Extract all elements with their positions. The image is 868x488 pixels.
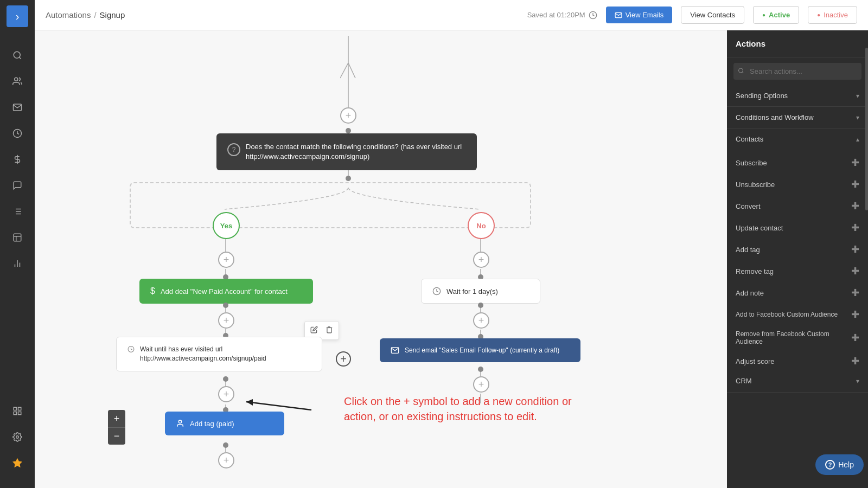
edit-node-button[interactable] bbox=[307, 324, 321, 337]
nav-contacts[interactable] bbox=[7, 70, 28, 92]
panel-item-convert[interactable]: Convert ✚ bbox=[727, 195, 868, 217]
nav-lists[interactable] bbox=[7, 201, 28, 222]
panel-item-adjust-score[interactable]: Adjust score ✚ bbox=[727, 350, 868, 372]
breadcrumb-parent[interactable]: Automations bbox=[46, 10, 91, 20]
nav-pages[interactable] bbox=[7, 227, 28, 248]
nav-canvas-tool[interactable] bbox=[7, 400, 28, 422]
plus-btn-no-2[interactable]: + bbox=[473, 312, 489, 329]
plus-btn-no-3[interactable]: + bbox=[473, 376, 489, 393]
remove-fb-plus-icon: ✚ bbox=[851, 332, 859, 344]
contacts-section-header[interactable]: Contacts ▴ bbox=[727, 129, 868, 150]
history-icon bbox=[589, 11, 597, 20]
panel-item-add-fb-audience[interactable]: Add to Facebook Custom Audience ✚ bbox=[727, 304, 868, 325]
plus-btn-yes-1[interactable]: + bbox=[218, 252, 234, 268]
svg-marker-22 bbox=[14, 459, 22, 467]
zoom-controls: + − bbox=[108, 410, 125, 445]
dot-below-condition bbox=[346, 176, 351, 181]
panel-item-remove-fb-audience[interactable]: Remove from Facebook Custom Audience ✚ bbox=[727, 325, 868, 350]
plus-btn-top[interactable]: + bbox=[340, 107, 356, 124]
sending-chevron: ▾ bbox=[856, 92, 859, 100]
view-emails-button[interactable]: View Emails bbox=[606, 7, 673, 23]
active-dot: ● bbox=[762, 12, 765, 18]
automation-canvas[interactable]: + ? Does the contact match the following… bbox=[35, 30, 727, 488]
breadcrumb-separator: / bbox=[94, 10, 96, 20]
add-fb-plus-icon: ✚ bbox=[851, 309, 859, 320]
condition-text: Does the contact match the following con… bbox=[246, 142, 466, 162]
help-button[interactable]: ? Help bbox=[815, 454, 864, 475]
panel-item-subscribe[interactable]: Subscribe ✚ bbox=[727, 152, 868, 174]
plus-btn-yes-2[interactable]: + bbox=[218, 312, 234, 329]
panel-search-area bbox=[727, 57, 868, 85]
annotation-text-block: Click on the + symbol to add a new condi… bbox=[344, 394, 572, 424]
contacts-section: Contacts ▴ Subscribe ✚ Unsubscribe ✚ bbox=[727, 129, 868, 393]
panel-item-update-contact[interactable]: Update contact ✚ bbox=[727, 217, 868, 239]
plus-btn-no-1[interactable]: + bbox=[473, 252, 489, 268]
contacts-chevron: ▴ bbox=[856, 136, 859, 143]
top-bar: Automations / Signup Saved at 01:20PM Vi… bbox=[35, 0, 868, 30]
contacts-items-list: Subscribe ✚ Unsubscribe ✚ Convert ✚ Up bbox=[727, 150, 868, 392]
panel-item-unsubscribe[interactable]: Unsubscribe ✚ bbox=[727, 174, 868, 195]
svg-point-44 bbox=[178, 420, 181, 423]
panel-item-remove-tag[interactable]: Remove tag ✚ bbox=[727, 260, 868, 282]
svg-point-0 bbox=[14, 52, 20, 58]
conditions-chevron: ▾ bbox=[856, 114, 859, 121]
view-contacts-button[interactable]: View Contacts bbox=[681, 6, 744, 24]
add-tag-node[interactable]: Add tag (paid) bbox=[165, 412, 284, 435]
wait-days-node[interactable]: Wait for 1 day(s) bbox=[421, 279, 540, 304]
sending-options-header[interactable]: Sending Options ▾ bbox=[727, 85, 868, 106]
zoom-out-button[interactable]: − bbox=[108, 427, 125, 445]
actions-search-input[interactable] bbox=[733, 63, 861, 80]
svg-line-41 bbox=[340, 63, 348, 78]
add-note-plus-icon: ✚ bbox=[851, 287, 859, 299]
nav-search[interactable] bbox=[7, 44, 28, 66]
svg-rect-11 bbox=[14, 234, 21, 241]
clock-icon bbox=[127, 345, 135, 354]
mail-icon bbox=[391, 346, 399, 355]
svg-rect-19 bbox=[18, 412, 21, 415]
dot-after-wait bbox=[478, 303, 483, 308]
nav-reports[interactable] bbox=[7, 253, 28, 274]
svg-rect-17 bbox=[14, 407, 16, 410]
wait-days-text: Wait for 1 day(s) bbox=[446, 287, 498, 296]
add-branch-btn[interactable]: + bbox=[336, 351, 351, 367]
panel-item-crm[interactable]: CRM ▾ bbox=[727, 372, 868, 390]
svg-rect-18 bbox=[18, 407, 21, 410]
top-merge-icon bbox=[340, 63, 356, 79]
delete-node-button[interactable] bbox=[322, 324, 336, 337]
saved-info: Saved at 01:20PM bbox=[527, 11, 597, 20]
nav-deals[interactable] bbox=[7, 149, 28, 170]
wait-url-node[interactable]: Wait until has ever visited url http://w… bbox=[116, 337, 322, 371]
nav-conversations[interactable] bbox=[7, 175, 28, 196]
zoom-in-button[interactable]: + bbox=[108, 410, 125, 427]
svg-point-2 bbox=[15, 78, 18, 81]
plus-btn-yes-3[interactable]: + bbox=[218, 386, 234, 402]
nav-settings[interactable] bbox=[7, 426, 28, 448]
nav-messages[interactable] bbox=[7, 97, 28, 118]
plus-btn-yes-4[interactable]: + bbox=[218, 452, 234, 468]
nav-back-arrow[interactable]: › bbox=[7, 5, 28, 27]
panel-item-add-note[interactable]: Add note ✚ bbox=[727, 282, 868, 304]
breadcrumb-current: Signup bbox=[100, 10, 125, 20]
conditions-workflow-header[interactable]: Conditions and Workflow ▾ bbox=[727, 107, 868, 128]
nav-favorites[interactable] bbox=[7, 452, 28, 474]
sending-options-section: Sending Options ▾ bbox=[727, 85, 868, 107]
add-deal-node[interactable]: $ Add deal "New Paid Account" for contac… bbox=[139, 279, 313, 304]
inactive-button[interactable]: ● Inactive bbox=[808, 6, 857, 24]
dot-after-deal bbox=[223, 303, 228, 308]
svg-line-47 bbox=[742, 72, 743, 73]
svg-line-42 bbox=[348, 63, 355, 78]
person-icon bbox=[176, 419, 184, 428]
search-panel-icon bbox=[738, 67, 744, 75]
active-button[interactable]: ● Active bbox=[753, 6, 799, 24]
send-email-node[interactable]: Send email "Sales Email Follow-up" (curr… bbox=[380, 338, 580, 362]
subscribe-plus-icon: ✚ bbox=[851, 157, 859, 169]
scrollbar bbox=[865, 48, 868, 210]
panel-item-add-tag[interactable]: Add tag ✚ bbox=[727, 239, 868, 260]
condition-node[interactable]: ? Does the contact match the following c… bbox=[216, 133, 477, 170]
dot-before-condition bbox=[346, 128, 351, 133]
dollar-icon: $ bbox=[150, 286, 155, 296]
left-nav: › bbox=[0, 0, 35, 488]
inactive-dot: ● bbox=[817, 12, 820, 18]
svg-point-21 bbox=[16, 436, 19, 439]
nav-automations[interactable] bbox=[7, 123, 28, 144]
